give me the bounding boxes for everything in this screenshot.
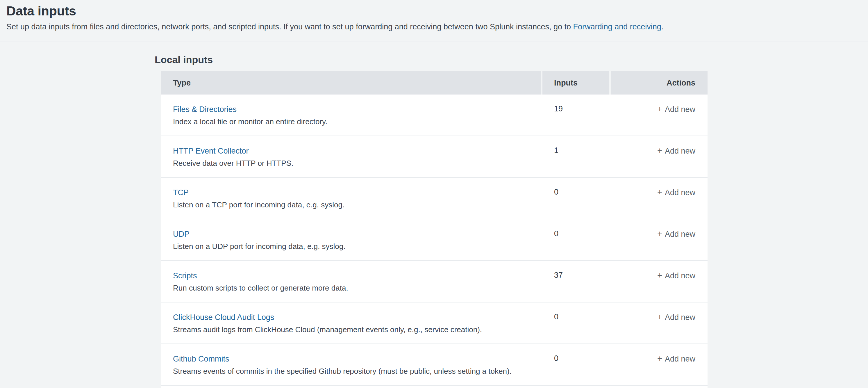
table-header-row: Type Inputs Actions xyxy=(161,71,708,94)
add-new-link[interactable]: +Add new xyxy=(657,313,695,322)
table-row: UDP Listen on a UDP port for incoming da… xyxy=(161,219,708,261)
type-cell: UDP Listen on a UDP port for incoming da… xyxy=(161,219,541,260)
plus-icon: + xyxy=(657,229,662,239)
actions-cell: +Add new xyxy=(611,219,708,260)
input-type-link[interactable]: HTTP Event Collector xyxy=(173,145,249,156)
input-type-description: Listen on a UDP port for incoming data, … xyxy=(173,241,541,252)
add-new-link[interactable]: +Add new xyxy=(657,230,695,239)
add-new-link[interactable]: +Add new xyxy=(657,147,695,155)
input-type-description: Listen on a TCP port for incoming data, … xyxy=(173,199,541,210)
column-header-type: Type xyxy=(161,71,541,94)
input-type-description: Index a local file or monitor an entire … xyxy=(173,116,541,127)
plus-icon: + xyxy=(657,312,662,322)
add-new-label: Add new xyxy=(665,230,695,239)
input-type-link[interactable]: ClickHouse Cloud Audit Logs xyxy=(173,312,274,323)
next-row-partially-visible xyxy=(161,386,708,388)
inputs-count: 0 xyxy=(542,178,609,219)
local-inputs-section: Local inputs Type Inputs Actions Files &… xyxy=(0,54,868,388)
column-header-actions: Actions xyxy=(611,71,708,94)
inputs-count: 0 xyxy=(542,219,609,260)
add-new-label: Add new xyxy=(665,147,695,155)
table-row: HTTP Event Collector Receive data over H… xyxy=(161,136,708,178)
subtitle-period: . xyxy=(661,22,664,31)
input-type-link[interactable]: Files & Directories xyxy=(173,104,237,115)
actions-cell: +Add new xyxy=(611,94,708,136)
plus-icon: + xyxy=(657,354,662,363)
type-cell: HTTP Event Collector Receive data over H… xyxy=(161,136,541,177)
input-type-link[interactable]: Scripts xyxy=(173,270,197,281)
add-new-link[interactable]: +Add new xyxy=(657,271,695,280)
table-row: TCP Listen on a TCP port for incoming da… xyxy=(161,178,708,219)
input-type-link[interactable]: Github Commits xyxy=(173,353,229,364)
type-cell: Github Commits Streams events of commits… xyxy=(161,344,541,385)
type-cell: TCP Listen on a TCP port for incoming da… xyxy=(161,178,541,219)
inputs-count: 0 xyxy=(542,344,609,385)
inputs-count: 37 xyxy=(542,261,609,302)
table-body: Files & Directories Index a local file o… xyxy=(161,94,708,386)
forwarding-and-receiving-link[interactable]: Forwarding and receiving xyxy=(573,22,661,31)
plus-icon: + xyxy=(657,188,662,197)
add-new-link[interactable]: +Add new xyxy=(657,105,695,114)
table-row: Github Commits Streams events of commits… xyxy=(161,344,708,386)
input-type-description: Streams audit logs from ClickHouse Cloud… xyxy=(173,324,541,335)
column-header-inputs: Inputs xyxy=(542,71,609,94)
add-new-label: Add new xyxy=(665,188,695,197)
section-heading: Local inputs xyxy=(155,54,868,65)
add-new-link[interactable]: +Add new xyxy=(657,355,695,363)
input-type-link[interactable]: UDP xyxy=(173,229,189,240)
add-new-label: Add new xyxy=(665,271,695,280)
header-divider xyxy=(0,41,868,42)
type-cell: ClickHouse Cloud Audit Logs Streams audi… xyxy=(161,302,541,344)
plus-icon: + xyxy=(657,271,662,280)
actions-cell: +Add new xyxy=(611,344,708,385)
plus-icon: + xyxy=(657,146,662,155)
subtitle-text: Set up data inputs from files and direct… xyxy=(6,22,573,31)
page-subtitle: Set up data inputs from files and direct… xyxy=(6,22,859,32)
type-cell: Scripts Run custom scripts to collect or… xyxy=(161,261,541,302)
input-type-description: Run custom scripts to collect or generat… xyxy=(173,282,541,294)
table-row: ClickHouse Cloud Audit Logs Streams audi… xyxy=(161,302,708,344)
actions-cell: +Add new xyxy=(611,178,708,219)
input-type-link[interactable]: TCP xyxy=(173,187,189,198)
input-type-description: Streams events of commits in the specifi… xyxy=(173,366,541,377)
inputs-count: 19 xyxy=(542,94,609,136)
table-row: Files & Directories Index a local file o… xyxy=(161,94,708,136)
actions-cell: +Add new xyxy=(611,136,708,177)
actions-cell: +Add new xyxy=(611,261,708,302)
add-new-label: Add new xyxy=(665,313,695,322)
page-title: Data inputs xyxy=(6,3,859,19)
table-row: Scripts Run custom scripts to collect or… xyxy=(161,261,708,302)
inputs-count: 0 xyxy=(542,302,609,344)
inputs-count: 1 xyxy=(542,136,609,177)
page-header: Data inputs Set up data inputs from file… xyxy=(0,0,868,32)
plus-icon: + xyxy=(657,105,662,114)
actions-cell: +Add new xyxy=(611,302,708,344)
add-new-label: Add new xyxy=(665,355,695,363)
local-inputs-table: Type Inputs Actions Files & Directories … xyxy=(161,71,708,388)
input-type-description: Receive data over HTTP or HTTPS. xyxy=(173,158,541,169)
add-new-link[interactable]: +Add new xyxy=(657,188,695,197)
add-new-label: Add new xyxy=(665,105,695,114)
type-cell: Files & Directories Index a local file o… xyxy=(161,94,541,136)
